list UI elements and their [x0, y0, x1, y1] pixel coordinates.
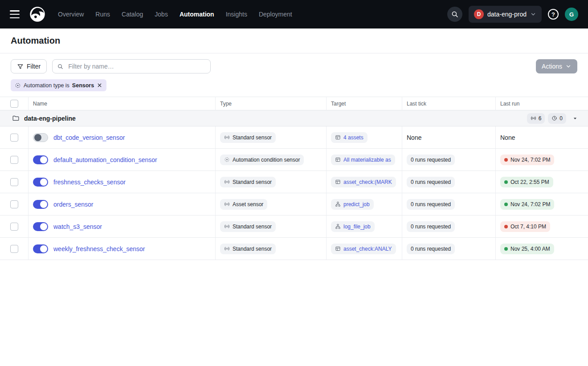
sensor-toggle[interactable]	[33, 222, 48, 231]
nav-item-catalog[interactable]: Catalog	[122, 11, 143, 18]
run-status-dot	[504, 180, 508, 184]
target-link[interactable]: asset_check:(MARK	[343, 179, 392, 185]
hamburger-menu-icon[interactable]	[9, 10, 20, 19]
sensor-icon	[224, 134, 230, 140]
sensor-type-badge: Standard sensor	[220, 244, 276, 254]
run-status-dot	[504, 225, 508, 228]
actions-button[interactable]: Actions	[536, 59, 577, 73]
target-badge: predict_job	[331, 199, 374, 210]
last-run-badge[interactable]: Nov 24, 7:02 PM	[500, 199, 554, 210]
table-row: watch_s3_sensor Standard sensor log_file…	[0, 216, 588, 238]
table-row: weekly_freshness_check_sensor Standard s…	[0, 238, 588, 260]
nav-item-automation[interactable]: Automation	[180, 11, 214, 18]
sensor-type-badge: Asset sensor	[220, 199, 267, 210]
sensor-name-link[interactable]: weekly_freshness_check_sensor	[53, 245, 145, 252]
sensor-count-badge: 6	[527, 113, 545, 124]
sensor-name-link[interactable]: default_automation_condition_sensor	[53, 156, 157, 163]
last-run-value: None	[500, 134, 515, 141]
target-link[interactable]: asset_check:ANALY	[343, 246, 392, 252]
target-link[interactable]: log_file_job	[343, 224, 371, 230]
column-header-target: Target	[327, 97, 402, 110]
row-checkbox[interactable]	[10, 223, 18, 231]
filter-button[interactable]: Filter	[11, 59, 47, 73]
help-icon[interactable]: ?	[548, 9, 559, 20]
last-tick-badge: 0 runs requested	[407, 199, 455, 210]
sensor-icon	[224, 246, 230, 252]
select-all-checkbox[interactable]	[10, 100, 18, 108]
sensor-name-link[interactable]: dbt_code_version_sensor	[53, 134, 125, 141]
asset-icon	[335, 157, 341, 163]
search-icon	[451, 10, 459, 18]
sensor-icon	[224, 201, 230, 207]
target-badge: 4 assets	[331, 132, 368, 143]
target-link[interactable]: All materializable as	[343, 157, 391, 163]
folder-icon	[12, 114, 20, 122]
nav-item-deployment[interactable]: Deployment	[259, 11, 292, 18]
asset-icon	[335, 179, 341, 185]
filter-button-label: Filter	[27, 63, 41, 70]
sensor-type-badge: Standard sensor	[220, 177, 276, 187]
actions-button-label: Actions	[542, 63, 562, 70]
nav-item-insights[interactable]: Insights	[226, 11, 247, 18]
automation-table: Name Type Target Last tick Last run data…	[0, 97, 588, 260]
last-run-badge[interactable]: Nov 25, 4:00 AM	[500, 244, 554, 254]
column-header-type: Type	[216, 97, 327, 110]
row-checkbox[interactable]	[10, 178, 18, 186]
page-title: Automation	[11, 36, 60, 46]
sensor-toggle[interactable]	[33, 178, 48, 187]
name-filter-search	[52, 59, 211, 73]
sensor-type-badge: Automation condition sensor	[220, 155, 304, 165]
last-run-badge[interactable]: Oct 22, 2:55 PM	[500, 177, 553, 187]
sensor-name-link[interactable]: freshness_checks_sensor	[53, 179, 126, 186]
asset-icon	[335, 246, 341, 252]
job-icon	[335, 224, 341, 229]
dagster-logo-icon[interactable]	[29, 5, 46, 23]
row-checkbox[interactable]	[10, 134, 18, 142]
target-link[interactable]: predict_job	[343, 201, 370, 207]
nav-item-jobs[interactable]: Jobs	[155, 11, 168, 18]
collapse-group-icon[interactable]	[569, 114, 581, 122]
row-checkbox[interactable]	[10, 245, 18, 253]
job-icon	[335, 201, 341, 207]
global-search-button[interactable]	[447, 7, 462, 22]
user-avatar[interactable]: G	[565, 8, 578, 21]
sensor-name-link[interactable]: watch_s3_sensor	[53, 223, 102, 230]
sensor-icon	[224, 224, 230, 229]
row-checkbox[interactable]	[10, 156, 18, 164]
nav-item-overview[interactable]: Overview	[58, 11, 84, 18]
toolbar: Filter Actions	[0, 53, 588, 79]
name-filter-input[interactable]	[67, 62, 206, 70]
run-status-dot	[504, 203, 508, 206]
target-link[interactable]: 4 assets	[343, 134, 363, 141]
last-tick-badge: 0 runs requested	[407, 155, 455, 165]
sensor-toggle[interactable]	[33, 244, 48, 253]
chevron-down-icon	[530, 11, 536, 17]
column-header-last-run: Last run	[496, 97, 588, 110]
sensor-type-badge: Standard sensor	[220, 132, 276, 143]
last-tick-badge: 0 runs requested	[407, 244, 455, 254]
top-navigation-bar: Overview Runs Catalog Jobs Automation In…	[0, 0, 588, 28]
sensor-toggle[interactable]	[33, 200, 48, 209]
table-row: dbt_code_version_sensor Standard sensor …	[0, 126, 588, 149]
nav-item-runs[interactable]: Runs	[95, 11, 110, 18]
last-run-badge[interactable]: Nov 24, 7:02 PM	[500, 155, 554, 165]
clock-icon	[551, 115, 557, 121]
sensor-toggle[interactable]	[33, 133, 48, 142]
sensor-type-badge: Standard sensor	[220, 221, 276, 232]
filter-chip-label: Automation type is	[24, 82, 69, 89]
deployment-badge: D	[474, 9, 484, 19]
filter-chip-value: Sensors	[72, 82, 94, 89]
asset-icon	[335, 134, 341, 140]
last-run-badge[interactable]: Oct 7, 4:10 PM	[500, 221, 550, 232]
table-header-row: Name Type Target Last tick Last run	[0, 97, 588, 110]
table-row: freshness_checks_sensor Standard sensor …	[0, 171, 588, 193]
sensor-name-link[interactable]: orders_sensor	[53, 201, 94, 208]
row-checkbox[interactable]	[10, 200, 18, 208]
automation-condition-icon	[15, 82, 21, 89]
target-badge: asset_check:(MARK	[331, 177, 396, 187]
target-badge: All materializable as	[331, 155, 395, 165]
sensor-toggle[interactable]	[33, 155, 48, 164]
close-icon[interactable]	[97, 82, 102, 88]
deployment-selector[interactable]: D data-eng-prod	[469, 6, 542, 23]
code-location-group-row: data-eng-pipeline 6 0	[0, 110, 588, 126]
